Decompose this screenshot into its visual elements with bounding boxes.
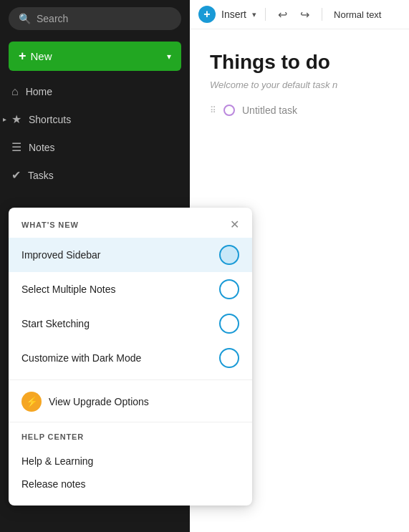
redo-button[interactable]: ↪ [297, 6, 313, 23]
sidebar-item-notes[interactable]: ☰ Notes [0, 133, 190, 161]
document-title: Things to do [210, 51, 389, 74]
task-checkbox[interactable] [223, 105, 235, 116]
sidebar-item-home-label: Home [26, 86, 52, 97]
home-icon: ⌂ [11, 85, 19, 98]
insert-chevron-icon[interactable]: ▾ [252, 10, 256, 19]
popup-title: WHAT'S NEW [21, 221, 79, 229]
sidebar-item-tasks[interactable]: ✔ Tasks [0, 161, 190, 189]
start-sketching-label: Start Sketching [21, 318, 90, 329]
help-section: HELP CENTER Help & Learning Release note… [9, 422, 252, 506]
whats-new-item-customize-dark-mode[interactable]: Customize with Dark Mode [9, 341, 252, 375]
insert-label[interactable]: Insert [221, 9, 246, 20]
new-button-left: + New [19, 49, 52, 64]
app-container: 🔍 Search + New ▾ ⌂ Home ★ Shortcuts ☰ No… [0, 0, 409, 532]
sidebar-item-tasks-label: Tasks [28, 170, 54, 181]
document-subtitle: Welcome to your default task n [210, 79, 389, 90]
sidebar-item-shortcuts[interactable]: ★ Shortcuts [0, 105, 190, 133]
improved-sidebar-circle [219, 245, 239, 265]
notes-icon: ☰ [11, 140, 21, 154]
select-multiple-notes-circle [219, 279, 239, 299]
search-bar[interactable]: 🔍 Search [9, 7, 181, 30]
tasks-icon: ✔ [11, 168, 21, 182]
popup-divider [9, 379, 252, 380]
help-center-title: HELP CENTER [21, 432, 239, 441]
close-button[interactable]: ✕ [230, 219, 239, 231]
select-multiple-notes-label: Select Multiple Notes [21, 284, 116, 295]
upgrade-icon: ⚡ [21, 392, 42, 412]
chevron-down-icon: ▾ [167, 52, 171, 62]
improved-sidebar-label: Improved Sidebar [21, 249, 101, 261]
popup-header: WHAT'S NEW ✕ [9, 208, 252, 238]
new-button-label: New [31, 50, 52, 62]
undo-button[interactable]: ↩ [274, 6, 291, 23]
start-sketching-circle [219, 314, 239, 334]
star-icon: ★ [11, 112, 21, 126]
upgrade-section[interactable]: ⚡ View Upgrade Options [9, 385, 252, 422]
sidebar-item-home[interactable]: ⌂ Home [0, 78, 190, 105]
help-learning-item[interactable]: Help & Learning [21, 450, 239, 473]
task-item: ⠿ Untitled task [210, 105, 389, 116]
drag-handle-icon: ⠿ [210, 105, 216, 115]
plus-icon: + [19, 49, 27, 64]
sidebar-item-notes-label: Notes [29, 142, 55, 153]
search-icon: 🔍 [19, 13, 31, 24]
toolbar-separator-2 [322, 8, 322, 21]
customize-dark-mode-label: Customize with Dark Mode [21, 352, 141, 364]
upgrade-label: View Upgrade Options [49, 396, 149, 407]
toolbar-separator [265, 8, 266, 21]
sidebar-item-shortcuts-label: Shortcuts [29, 114, 71, 125]
release-notes-item[interactable]: Release notes [21, 473, 239, 495]
insert-icon[interactable]: + [198, 6, 216, 23]
toolbar: + Insert ▾ ↩ ↪ Normal text [190, 0, 409, 29]
whats-new-panel: WHAT'S NEW ✕ Improved Sidebar Select Mul… [9, 208, 252, 506]
whats-new-item-start-sketching[interactable]: Start Sketching [9, 306, 252, 341]
customize-dark-mode-circle [219, 348, 239, 368]
text-style-label[interactable]: Normal text [334, 9, 381, 20]
new-button[interactable]: + New ▾ [9, 42, 181, 71]
whats-new-item-improved-sidebar[interactable]: Improved Sidebar [9, 238, 252, 272]
task-label[interactable]: Untitled task [242, 105, 297, 116]
search-label: Search [37, 13, 68, 24]
whats-new-item-select-multiple-notes[interactable]: Select Multiple Notes [9, 272, 252, 306]
